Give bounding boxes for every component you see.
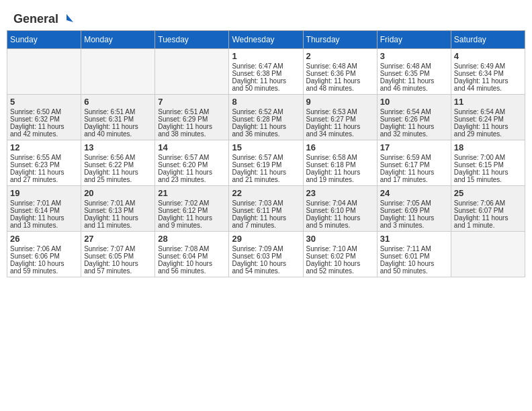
day-info-line: Daylight: 10 hours [84,260,152,267]
day-info-line: Daylight: 11 hours [380,123,448,130]
day-info-line: Sunset: 6:32 PM [10,116,78,123]
day-info-line: Sunset: 6:27 PM [306,116,374,123]
day-number: 29 [232,234,300,244]
calendar-cell: 16Sunrise: 6:58 AMSunset: 6:18 PMDayligh… [303,140,377,186]
logo-bird-icon [60,13,73,26]
calendar-cell: 18Sunrise: 7:00 AMSunset: 6:15 PMDayligh… [451,140,525,186]
day-number: 24 [380,188,448,198]
week-row-4: 19Sunrise: 7:01 AMSunset: 6:14 PMDayligh… [7,186,525,232]
day-number: 3 [380,51,448,61]
day-info-line: and 3 minutes. [380,222,448,229]
calendar-cell: 30Sunrise: 7:10 AMSunset: 6:02 PMDayligh… [303,232,377,277]
svg-marker-0 [66,14,73,22]
day-info-line: and 13 minutes. [10,222,78,229]
week-row-3: 12Sunrise: 6:55 AMSunset: 6:23 PMDayligh… [7,140,525,186]
day-info-line: Daylight: 11 hours [84,123,152,130]
day-info-line: Sunrise: 6:57 AM [158,154,226,161]
day-info-line: Sunset: 6:24 PM [454,116,522,123]
day-info-line: and 46 minutes. [380,85,448,92]
day-info-line: Sunrise: 6:48 AM [306,62,374,70]
calendar-cell: 24Sunrise: 7:05 AMSunset: 6:09 PMDayligh… [377,186,451,232]
day-info-line: and 50 minutes. [380,267,448,275]
day-info-line: and 29 minutes. [454,130,522,138]
calendar-cell: 21Sunrise: 7:02 AMSunset: 6:12 PMDayligh… [155,186,229,232]
calendar-cell: 20Sunrise: 7:01 AMSunset: 6:13 PMDayligh… [81,186,155,232]
day-info-line: Sunrise: 7:02 AM [158,199,226,207]
day-info-line: Sunset: 6:29 PM [158,116,226,123]
calendar-cell: 22Sunrise: 7:03 AMSunset: 6:11 PMDayligh… [229,186,303,232]
day-info-line: Sunset: 6:28 PM [232,116,300,123]
calendar-cell [81,49,155,95]
calendar-cell: 26Sunrise: 7:06 AMSunset: 6:06 PMDayligh… [7,232,81,277]
day-number: 22 [232,188,300,198]
weekday-header-row: SundayMondayTuesdayWednesdayThursdayFrid… [7,31,525,49]
day-number: 12 [10,142,78,152]
calendar-cell: 19Sunrise: 7:01 AMSunset: 6:14 PMDayligh… [7,186,81,232]
day-number: 19 [10,188,78,198]
day-number: 26 [10,234,78,244]
day-info-line: Sunset: 6:11 PM [232,207,300,214]
day-info-line: and 57 minutes. [84,267,152,275]
day-info-line: and 48 minutes. [306,85,374,92]
day-info-line: and 38 minutes. [158,130,226,138]
day-info-line: Daylight: 11 hours [232,77,300,85]
day-info-line: Sunset: 6:15 PM [454,161,522,169]
day-info-line: Sunset: 6:05 PM [84,253,152,260]
day-info-line: Sunrise: 7:06 AM [10,245,78,253]
day-number: 30 [306,234,374,244]
calendar-cell: 15Sunrise: 6:57 AMSunset: 6:19 PMDayligh… [229,140,303,186]
day-info-line: Sunrise: 7:01 AM [84,199,152,207]
day-info-line: Sunrise: 6:54 AM [380,108,448,116]
calendar-cell: 10Sunrise: 6:54 AMSunset: 6:26 PMDayligh… [377,95,451,140]
day-number: 20 [84,188,152,198]
day-info-line: and 1 minute. [454,222,522,229]
day-info-line: Daylight: 11 hours [84,169,152,176]
day-info-line: Daylight: 11 hours [306,77,374,85]
day-info-line: and 17 minutes. [380,176,448,183]
day-info-line: Sunrise: 6:56 AM [84,154,152,161]
day-number: 21 [158,188,226,198]
day-info-line: and 59 minutes. [10,267,78,275]
day-info-line: and 34 minutes. [306,130,374,138]
day-info-line: and 32 minutes. [380,130,448,138]
day-info-line: Sunset: 6:18 PM [306,161,374,169]
day-info-line: Sunset: 6:09 PM [380,207,448,214]
day-info-line: Sunset: 6:22 PM [84,161,152,169]
day-info-line: Sunrise: 6:58 AM [306,154,374,161]
day-info-line: Sunset: 6:01 PM [380,253,448,260]
calendar-cell: 27Sunrise: 7:07 AMSunset: 6:05 PMDayligh… [81,232,155,277]
day-info-line: Sunrise: 7:00 AM [454,154,522,161]
day-info-line: Daylight: 10 hours [380,260,448,267]
day-info-line: and 5 minutes. [306,222,374,229]
day-info-line: Sunrise: 6:50 AM [10,108,78,116]
day-info-line: and 54 minutes. [232,267,300,275]
day-info-line: and 23 minutes. [158,176,226,183]
day-info-line: Sunrise: 6:53 AM [306,108,374,116]
day-info-line: Daylight: 11 hours [454,123,522,130]
day-info-line: and 50 minutes. [232,85,300,92]
day-info-line: Daylight: 10 hours [158,260,226,267]
day-number: 11 [454,97,522,107]
calendar-cell: 1Sunrise: 6:47 AMSunset: 6:38 PMDaylight… [229,49,303,95]
calendar-cell: 6Sunrise: 6:51 AMSunset: 6:31 PMDaylight… [81,95,155,140]
calendar-cell: 28Sunrise: 7:08 AMSunset: 6:04 PMDayligh… [155,232,229,277]
day-info-line: Sunset: 6:20 PM [158,161,226,169]
day-info-line: Daylight: 11 hours [454,77,522,85]
day-number: 28 [158,234,226,244]
calendar-cell: 31Sunrise: 7:11 AMSunset: 6:01 PMDayligh… [377,232,451,277]
day-info-line: Sunrise: 6:54 AM [454,108,522,116]
day-info-line: and 27 minutes. [10,176,78,183]
day-number: 10 [380,97,448,107]
day-info-line: Sunset: 6:36 PM [306,70,374,77]
day-info-line: and 7 minutes. [232,222,300,229]
day-info-line: Daylight: 11 hours [454,169,522,176]
day-info-line: Sunset: 6:06 PM [10,253,78,260]
day-info-line: Sunset: 6:13 PM [84,207,152,214]
day-info-line: Daylight: 11 hours [158,169,226,176]
day-info-line: Sunrise: 6:57 AM [232,154,300,161]
calendar-cell: 25Sunrise: 7:06 AMSunset: 6:07 PMDayligh… [451,186,525,232]
day-number: 8 [232,97,300,107]
day-info-line: Daylight: 11 hours [158,123,226,130]
day-info-line: Daylight: 11 hours [84,214,152,222]
day-info-line: Sunrise: 7:07 AM [84,245,152,253]
